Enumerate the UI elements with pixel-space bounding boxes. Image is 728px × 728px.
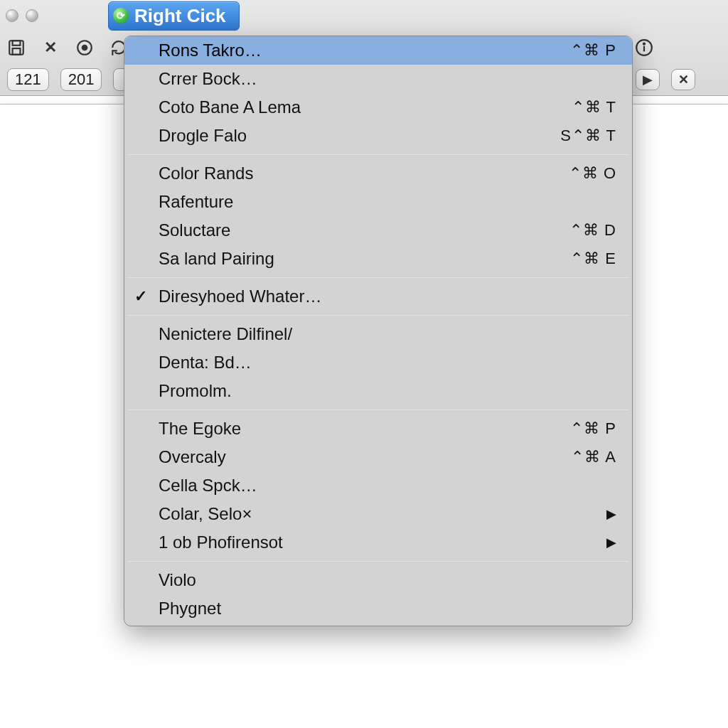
nav-close-button[interactable]: ✕ bbox=[671, 69, 695, 90]
menu-item[interactable]: Colar, Selo×▶ bbox=[124, 500, 632, 528]
menu-item-label: Soluctare bbox=[159, 220, 569, 240]
menu-item[interactable]: 1 ob Phofirensot▶ bbox=[124, 528, 632, 557]
menu-separator bbox=[127, 315, 629, 316]
menu-item[interactable]: Denta: Bd… bbox=[124, 348, 632, 377]
menu-item-label: Rafenture bbox=[159, 192, 616, 212]
menu-item[interactable]: Cella Spck… bbox=[124, 471, 632, 500]
menu-item-label: Sa land Pairing bbox=[159, 249, 570, 269]
menu-item[interactable]: Nenictere Dilfinel/ bbox=[124, 320, 632, 348]
menu-item-label: Denta: Bd… bbox=[159, 353, 616, 373]
menu-item[interactable]: Crrer Bock… bbox=[124, 65, 632, 93]
menu-item[interactable]: Phygnet bbox=[124, 594, 632, 623]
menu-item-label: Cella Spck… bbox=[159, 476, 616, 496]
menu-item-label: Nenictere Dilfinel/ bbox=[159, 324, 616, 344]
menu-item-label: Colar, Selo× bbox=[159, 504, 606, 524]
record-icon[interactable] bbox=[75, 38, 94, 57]
menu-item-label: Overcaly bbox=[159, 447, 571, 467]
menu-item[interactable]: ✓Diresyhoed Whater… bbox=[124, 282, 632, 311]
menu-item-shortcut: ⌃⌘ A bbox=[571, 448, 616, 466]
svg-point-34 bbox=[643, 43, 645, 45]
menu-item[interactable]: The Egoke⌃⌘ P bbox=[124, 414, 632, 443]
check-icon: ✓ bbox=[134, 287, 147, 306]
menu-separator bbox=[127, 561, 629, 562]
svg-point-4 bbox=[82, 45, 88, 51]
menu-item[interactable]: Soluctare⌃⌘ D bbox=[124, 216, 632, 245]
menu-item-label: Rons Takro… bbox=[159, 41, 570, 60]
menu-item-shortcut: ⌃⌘ P bbox=[570, 419, 616, 438]
menu-item-label: 1 ob Phofirensot bbox=[159, 532, 606, 552]
close-icon[interactable]: ✕ bbox=[41, 38, 60, 57]
svg-rect-1 bbox=[13, 41, 21, 46]
submenu-arrow-icon: ▶ bbox=[606, 506, 616, 522]
titlebar: ⟳ Right Cick bbox=[0, 0, 728, 31]
info-icon[interactable] bbox=[635, 38, 653, 57]
context-menu: Rons Takro…⌃⌘ PCrrer Bock…Coto Bane A Le… bbox=[124, 36, 633, 626]
menu-item-shortcut: ⌃⌘ E bbox=[570, 250, 616, 268]
traffic-close-icon[interactable] bbox=[6, 9, 18, 22]
save-icon[interactable] bbox=[7, 38, 26, 57]
menu-item-shortcut: ⌃⌘ O bbox=[569, 164, 616, 183]
menu-separator bbox=[127, 277, 629, 278]
menu-item-label: The Egoke bbox=[159, 419, 570, 439]
nav-next-button[interactable]: ▶ bbox=[636, 69, 660, 90]
menu-item-label: Phygnet bbox=[159, 599, 616, 619]
num-button-2[interactable]: 201 bbox=[60, 68, 102, 91]
submenu-arrow-icon: ▶ bbox=[606, 535, 616, 550]
menu-separator bbox=[127, 410, 629, 410]
menu-item[interactable]: Sa land Pairing⌃⌘ E bbox=[124, 245, 632, 273]
title-badge-text: Right Cick bbox=[134, 5, 226, 27]
menu-item[interactable]: Overcaly⌃⌘ A bbox=[124, 443, 632, 471]
menu-item[interactable]: Promolm. bbox=[124, 377, 632, 405]
menu-item[interactable]: Violo bbox=[124, 566, 632, 594]
menu-item-label: Violo bbox=[159, 570, 616, 590]
reload-icon: ⟳ bbox=[113, 8, 129, 23]
menu-item-label: Diresyhoed Whater… bbox=[159, 287, 616, 306]
menu-item-label: Crrer Bock… bbox=[159, 69, 616, 89]
menu-item-shortcut: ⌃⌘ P bbox=[570, 41, 616, 60]
menu-item-label: Promolm. bbox=[159, 381, 616, 401]
menu-item-shortcut: S⌃⌘ T bbox=[560, 127, 616, 145]
menu-item-label: Coto Bane A Lema bbox=[159, 97, 572, 117]
menu-item[interactable]: Rons Takro…⌃⌘ P bbox=[124, 36, 632, 65]
title-badge: ⟳ Right Cick bbox=[108, 1, 240, 31]
num-button-1[interactable]: 121 bbox=[7, 68, 49, 91]
traffic-min-icon[interactable] bbox=[26, 9, 38, 22]
menu-item[interactable]: Drogle FaloS⌃⌘ T bbox=[124, 122, 632, 150]
menu-separator bbox=[127, 154, 629, 155]
menu-item[interactable]: Color Rands⌃⌘ O bbox=[124, 159, 632, 188]
traffic-lights bbox=[6, 9, 38, 22]
svg-rect-2 bbox=[13, 48, 21, 55]
menu-item[interactable]: Coto Bane A Lema⌃⌘ T bbox=[124, 93, 632, 122]
menu-item-shortcut: ⌃⌘ D bbox=[569, 221, 616, 240]
menu-item-label: Drogle Falo bbox=[159, 126, 560, 146]
menu-item-label: Color Rands bbox=[159, 164, 569, 183]
menu-item-shortcut: ⌃⌘ T bbox=[572, 98, 616, 117]
menu-item[interactable]: Rafenture bbox=[124, 188, 632, 216]
